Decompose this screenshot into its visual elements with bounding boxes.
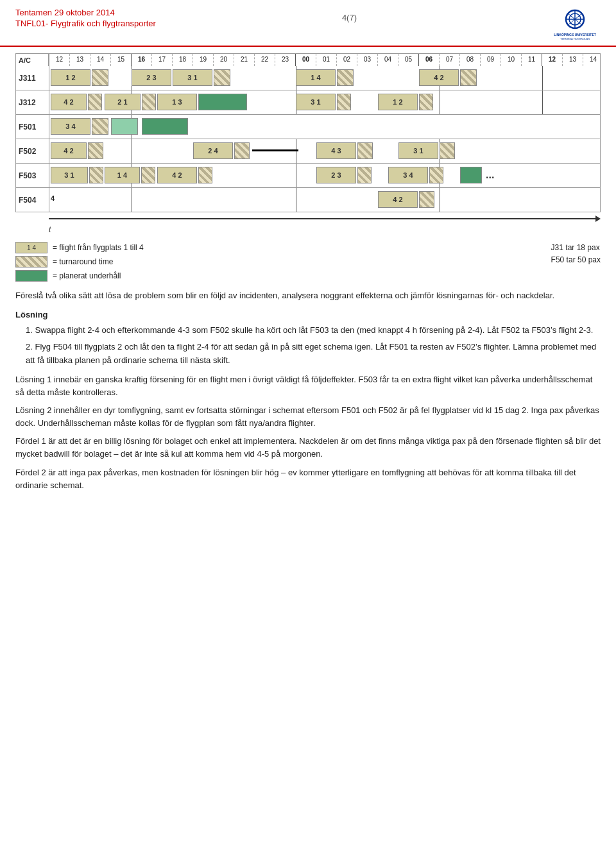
header-left: Tentamen 29 oktober 2014 TNFL01- Flygtra… xyxy=(15,8,156,28)
legend-box-maintenance xyxy=(15,270,47,282)
flight-block-j311-12: 1 2 xyxy=(51,69,90,86)
header-title-line1: Tentamen 29 oktober 2014 xyxy=(15,8,156,17)
flight-block-f503-h3 xyxy=(198,167,212,183)
legend-item-flight: 1 4 = flight från flygplats 1 till 4 xyxy=(15,242,144,253)
flight-block-j312-12: 1 2 xyxy=(378,94,418,110)
paragraph-1: Lösning 2 innehåller en dyr tomflygning,… xyxy=(15,404,601,430)
flight-block-f502-h4 xyxy=(440,142,455,159)
solution-2-container: 2. Flyg F504 till flygplats 2 och låt de… xyxy=(26,341,601,366)
legend-area: 1 4 = flight från flygplats 1 till 4 = t… xyxy=(15,242,601,282)
row-cells-j311: 1 2 2 3 3 1 1 4 4 2 xyxy=(49,66,600,90)
flight-block-j312-maint xyxy=(198,94,247,110)
flight-block-f502-31: 3 1 xyxy=(398,142,438,159)
legend-pax: J31 tar 18 pax F50 tar 50 pax xyxy=(551,242,601,266)
row-label-f504: F504 xyxy=(16,188,49,212)
time-cell-18: 06 xyxy=(418,54,439,66)
timeline-arrow-row xyxy=(15,214,601,224)
flight-block-f503-31: 3 1 xyxy=(51,167,88,183)
time-cell-15: 03 xyxy=(357,54,377,66)
main-content: A/C 12 13 14 15 16 17 18 19 20 21 22 23 … xyxy=(0,47,616,511)
solution-1-text: Swappa flight 2-4 och efterkommande 4-3 … xyxy=(35,325,593,335)
row-label-f501: F501 xyxy=(16,115,49,139)
flight-block-f501-34: 3 4 xyxy=(51,118,90,135)
flight-block-f503-42: 4 2 xyxy=(157,167,197,183)
paragraphs-section: Lösning 1 innebär en ganska kraftig förs… xyxy=(15,373,601,492)
paragraph-2: Fördel 1 är att det är en billig lösning… xyxy=(15,435,601,461)
gantt-row-f501: F501 3 4 xyxy=(15,115,601,139)
flight-block-f504-42: 4 2 xyxy=(378,191,418,208)
row-cells-f504: 4 4 2 xyxy=(49,188,600,212)
flight-block-f503-h1 xyxy=(89,167,103,183)
timeline-arrow-line xyxy=(49,214,601,224)
flight-block-j311-h4 xyxy=(460,69,477,86)
flight-block-j312-h2 xyxy=(142,94,156,110)
row-label-f502: F502 xyxy=(16,139,49,163)
f502-incident-line xyxy=(252,149,298,151)
time-cell-0: 12 xyxy=(49,54,69,66)
row-label-j311: J311 xyxy=(16,66,49,90)
time-cell-23: 11 xyxy=(521,54,542,66)
gantt-row-f503: F503 3 1 1 4 4 2 2 3 3 4 xyxy=(15,164,601,188)
flight-block-f501-lightgreen xyxy=(111,118,138,135)
legend-box-turnaround xyxy=(15,256,47,267)
solution-2-text: Flyg F504 till flygplats 2 och låt den t… xyxy=(26,342,596,364)
row-label-j312: J312 xyxy=(16,90,49,114)
f504-start-label: 4 xyxy=(51,194,55,202)
gantt-ac-header: A/C xyxy=(15,53,49,66)
paragraph-3: Fördel 2 är att inga pax påverkas, men k… xyxy=(15,466,601,492)
time-cell-20: 08 xyxy=(459,54,480,66)
flight-block-j311-23: 2 3 xyxy=(132,69,171,86)
time-cell-19: 07 xyxy=(439,54,459,66)
flight-block-f502-h1 xyxy=(88,142,103,159)
legend-item-maintenance: = planerat underhåll xyxy=(15,270,144,282)
flight-block-j311-h2 xyxy=(214,69,230,86)
gantt-row-j311: J311 1 2 2 3 3 1 1 4 xyxy=(15,66,601,90)
time-cell-4: 16 xyxy=(131,54,151,66)
flight-block-f503-h4 xyxy=(357,167,372,183)
paragraph-0: Lösning 1 innebär en ganska kraftig förs… xyxy=(15,373,601,399)
flight-block-j312-h4 xyxy=(419,94,433,110)
solution-2-number: 2. xyxy=(26,342,35,352)
legend-items: 1 4 = flight från flygplats 1 till 4 = t… xyxy=(15,242,144,282)
flight-block-f501-h1 xyxy=(92,118,108,135)
flight-block-j312-42: 4 2 xyxy=(51,94,87,110)
row-cells-f502: 4 2 2 4 4 3 3 1 xyxy=(49,139,600,163)
time-cell-13: 01 xyxy=(316,54,336,66)
flight-block-j312-13: 1 3 xyxy=(157,94,197,110)
flight-block-f503-h2 xyxy=(141,167,155,183)
time-cell-22: 10 xyxy=(501,54,521,66)
flight-block-f502-h2 xyxy=(234,142,250,159)
gantt-row-f504: F504 4 4 2 xyxy=(15,188,601,212)
time-cell-25: 13 xyxy=(562,54,583,66)
flight-block-j312-21: 2 1 xyxy=(105,94,141,110)
legend-box-flight: 1 4 xyxy=(15,242,47,253)
solution-heading: Lösning xyxy=(15,309,601,321)
flight-block-f502-h3 xyxy=(357,142,373,159)
flight-block-f502-42: 4 2 xyxy=(51,142,87,159)
flight-block-j311-31: 3 1 xyxy=(173,69,212,86)
svg-text:TEKNISKA HÖGSKOLAN: TEKNISKA HÖGSKOLAN xyxy=(560,37,590,40)
time-cell-2: 14 xyxy=(90,54,110,66)
time-cell-5: 17 xyxy=(151,54,172,66)
flight-block-j312-31: 3 1 xyxy=(296,94,336,110)
flight-block-j311-42: 4 2 xyxy=(419,69,459,86)
solution-section: Lösning 1. Swappa flight 2-4 och efterko… xyxy=(15,309,601,367)
time-cell-12: 00 xyxy=(295,54,316,66)
time-cell-3: 15 xyxy=(110,54,131,66)
legend-item-turnaround: = turnaround time xyxy=(15,256,144,267)
flight-block-f503-ellipsis: ... xyxy=(486,167,494,183)
time-cell-14: 02 xyxy=(336,54,357,66)
header-logo: LINKÖPINGS UNIVERSITET TEKNISKA HÖGSKOLA… xyxy=(543,8,601,42)
flight-block-j311-h3 xyxy=(337,69,354,86)
row-cells-j312: 4 2 2 1 1 3 3 1 1 2 xyxy=(49,90,600,114)
legend-label-flight: = flight från flygplats 1 till 4 xyxy=(53,243,144,252)
gantt-row-j312: J312 4 2 2 1 1 3 3 1 1 2 xyxy=(15,90,601,115)
flight-block-f502-24: 2 4 xyxy=(193,142,233,159)
flight-block-j311-14: 1 4 xyxy=(296,69,336,86)
t-axis-label: t xyxy=(49,225,601,234)
solution-1-number: 1. xyxy=(26,325,35,335)
legend-pax-j31: J31 tar 18 pax xyxy=(551,242,601,254)
time-cell-8: 20 xyxy=(213,54,234,66)
time-cell-11: 23 xyxy=(275,54,295,66)
question-paragraph: Föreslå två olika sätt att lösa de probl… xyxy=(15,289,601,302)
